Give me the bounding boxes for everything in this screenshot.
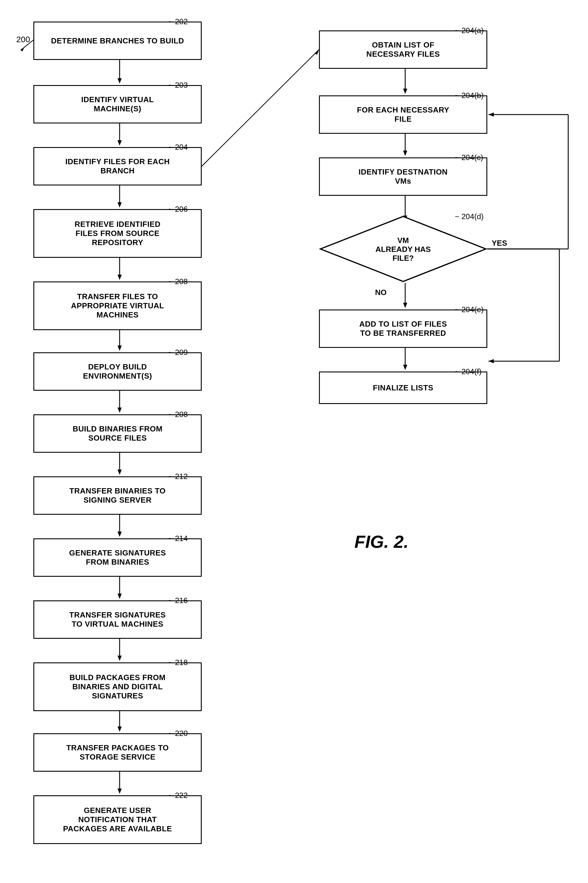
ref-204b: ~ 204(b) [455, 91, 484, 100]
box-add-to-list: ADD TO LIST OF FILESTO BE TRANSFERRED [319, 309, 487, 348]
svg-marker-13 [117, 408, 122, 413]
ref-220: ~ 220 [168, 729, 188, 738]
svg-marker-29 [403, 151, 407, 156]
ref-204c: ~ 204(c) [455, 153, 483, 162]
box-deploy-build: DEPLOY BUILDENVIRONMENT(S) [33, 352, 202, 391]
svg-marker-47 [489, 112, 494, 117]
arrow-212-214 [115, 515, 124, 538]
svg-marker-25 [117, 789, 122, 794]
ref-216: ~ 216 [168, 596, 188, 605]
arrow-204-to-204a [33, 30, 323, 178]
arrow-214-216 [115, 577, 124, 600]
svg-marker-41 [403, 303, 407, 308]
arrow-216-218 [115, 639, 124, 663]
svg-marker-21 [117, 656, 122, 661]
box-transfer-files-vms: TRANSFER FILES TOAPPROPRIATE VIRTUALMACH… [33, 282, 202, 330]
box-generate-signatures: GENERATE SIGNATURESFROM BINARIES [33, 538, 202, 577]
arrow-218-220 [115, 711, 124, 733]
ref-206: ~ 206 [168, 205, 188, 214]
arrow-204a-204b [401, 69, 410, 95]
arrow-204e-204f [401, 348, 410, 372]
ref-204f: ~ 204(f) [455, 367, 482, 376]
diagram-container: 200 DETERMINE BRANCHES TO BUILD ~ 202 ID… [0, 0, 588, 883]
svg-marker-11 [117, 346, 122, 351]
arrow-no [401, 283, 410, 309]
ref-214: ~ 214 [168, 534, 188, 543]
box-identify-dest-vms: IDENTIFY DESTNATIONVMs [319, 157, 487, 196]
svg-text:FILE?: FILE? [393, 254, 414, 262]
svg-marker-43 [403, 365, 407, 370]
ref-204d: ~ 204(d) [455, 212, 484, 221]
ref-204a: ~ 204(a) [455, 26, 484, 35]
svg-line-48 [202, 49, 319, 166]
ref-202: ~ 202 [168, 17, 188, 26]
svg-marker-19 [117, 594, 122, 599]
diamond-vm-has-file: VM ALREADY HAS FILE? [319, 215, 487, 283]
svg-marker-15 [117, 469, 122, 475]
ref-222: ~ 222 [168, 791, 188, 800]
box-build-packages: BUILD PACKAGES FROMBINARIES AND DIGITALS… [33, 663, 202, 711]
ref-209: ~ 209 [168, 348, 188, 357]
svg-marker-49 [315, 49, 319, 55]
svg-marker-7 [117, 202, 122, 208]
ref-212: ~ 212 [168, 472, 188, 481]
ref-208b: ~ 208 [168, 410, 188, 419]
box-generate-notification: GENERATE USERNOTIFICATION THATPACKAGES A… [33, 795, 202, 844]
fig-caption: FIG. 2. [354, 532, 408, 552]
svg-marker-23 [117, 727, 122, 732]
arrow-208b-212 [115, 453, 124, 476]
svg-marker-39 [489, 359, 494, 363]
ref-208a: ~ 208 [168, 277, 188, 286]
arrow-204b-204c [401, 134, 410, 157]
arrow-209-208b [115, 391, 124, 414]
svg-marker-27 [403, 88, 407, 94]
ref-204e: ~ 204(e) [455, 305, 484, 314]
box-retrieve-files: RETRIEVE IDENTIFIEDFILES FROM SOURCEREPO… [33, 209, 202, 258]
box-transfer-signatures: TRANSFER SIGNATURESTO VIRTUAL MACHINES [33, 600, 202, 639]
ref-218: ~ 218 [168, 658, 188, 667]
arrow-220-222 [115, 772, 124, 795]
svg-text:VM: VM [398, 236, 409, 245]
box-transfer-binaries: TRANSFER BINARIES TOSIGNING SERVER [33, 476, 202, 515]
box-transfer-packages: TRANSFER PACKAGES TOSTORAGE SERVICE [33, 733, 202, 772]
arrow-208-209 [115, 330, 124, 352]
arrow-206-208 [115, 258, 124, 282]
box-obtain-list: OBTAIN LIST OFNECESSARY FILES [319, 30, 487, 69]
box-build-binaries: BUILD BINARIES FROMSOURCE FILES [33, 414, 202, 453]
svg-text:ALREADY HAS: ALREADY HAS [375, 245, 430, 254]
svg-marker-9 [117, 274, 122, 280]
arrow-yes-loop [486, 97, 574, 257]
box-for-each-file: FOR EACH NECESSARYFILE [319, 95, 487, 134]
box-finalize-lists: FINALIZE LISTS [319, 372, 487, 404]
no-label: NO [375, 288, 387, 297]
svg-marker-17 [117, 532, 122, 537]
arrow-204-206 [115, 186, 124, 209]
